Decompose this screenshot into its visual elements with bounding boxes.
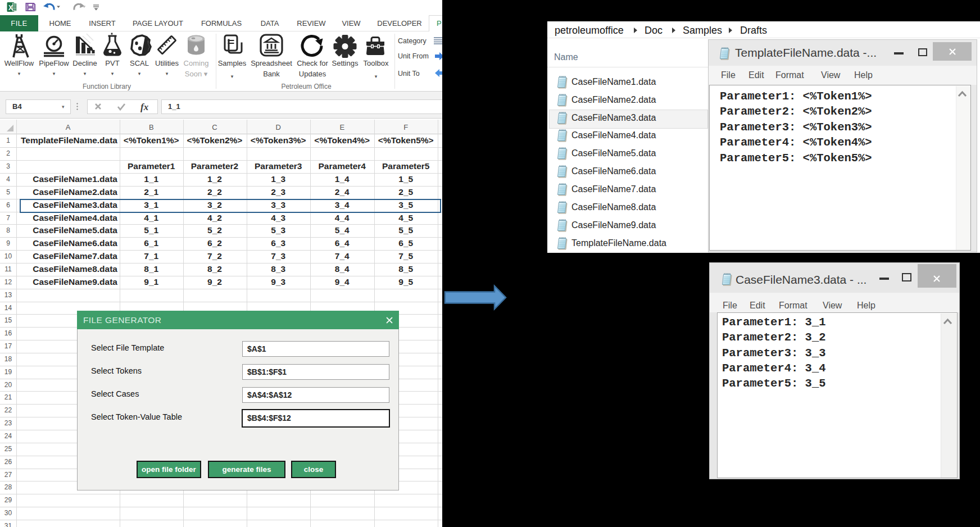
svg-text:fx: fx	[140, 102, 149, 112]
svg-text:X: X	[8, 4, 13, 12]
